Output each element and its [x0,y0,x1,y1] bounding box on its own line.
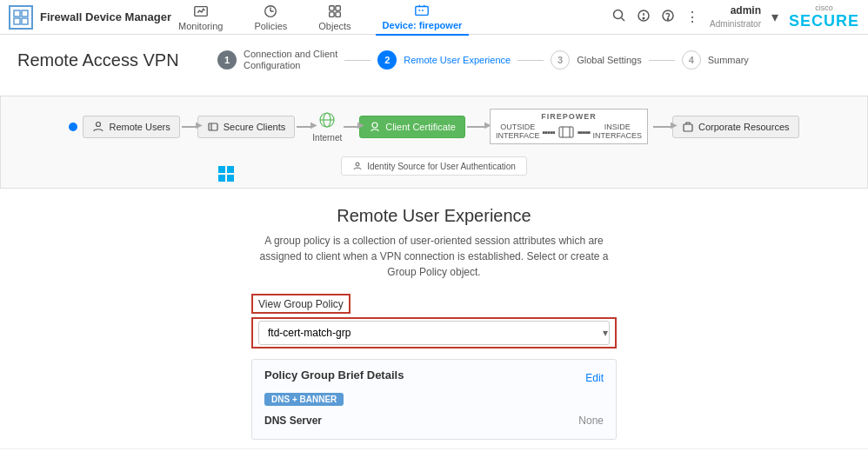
windows-logo [218,166,234,184]
policy-brief: Policy Group Brief Details Edit DNS + BA… [251,359,617,440]
dashes-group: ▪▪▪▪▪ [542,127,555,137]
identity-source-row: Identity Source for User Authentication [18,156,850,176]
page-content: Remote Access VPN 1 Connection and Clien… [0,35,868,96]
group-policy-field: View Group Policy ftd-cert-match-grp ▾ [251,294,617,348]
section-desc: A group policy is a collection of user-o… [251,233,617,280]
diagram-area: Remote Users Secure Clients [0,96,868,189]
svg-point-19 [97,122,101,126]
nav-policies[interactable]: Policies [247,0,294,35]
wizard-step-1[interactable]: 1 Connection and Client Configuration [217,49,337,71]
nav-right: ⋮ admin Administrator ▾ cisco SECURE [612,3,859,30]
svg-rect-9 [336,11,340,16]
dns-server-key: DNS Server [264,415,322,427]
step-label-1: Connection and Client Configuration [244,49,337,71]
svg-rect-33 [218,175,225,182]
secure-clients-btn[interactable]: Secure Clients [197,116,296,138]
page-title: Remote Access VPN [17,50,191,70]
wizard-steps: 1 Connection and Client Configuration 2 … [217,49,851,71]
brand-icon [9,5,33,30]
wizard-step-4[interactable]: 4 Summary [682,50,749,70]
badge-row: DNS + BANNER [264,392,604,406]
svg-rect-29 [684,124,692,131]
svg-point-18 [667,18,668,19]
svg-rect-0 [14,10,20,17]
firepower-device-icon [558,123,575,141]
step-label-3: Global Settings [577,55,642,66]
page-header: Remote Access VPN 1 Connection and Clien… [17,49,851,71]
svg-point-30 [356,163,359,166]
top-nav: Firewall Device Manager Monitoring Polic… [0,0,868,35]
step-circle-4: 4 [682,50,701,70]
arrow-1 [182,126,196,128]
nav-device[interactable]: Device: firepower [376,0,470,36]
diagram-remote-users: Remote Users [83,116,179,138]
field-label-row: View Group Policy [251,294,617,314]
client-cert-btn[interactable]: Client Certificate [359,116,465,138]
brief-dns-row: DNS Server None [264,411,604,430]
svg-line-13 [622,17,625,21]
view-group-policy-label: View Group Policy [258,298,344,310]
step-connector-3 [649,60,675,61]
svg-rect-32 [227,166,234,173]
identity-source: Identity Source for User Authentication [341,156,527,176]
nav-objects[interactable]: Objects [311,0,357,35]
policy-brief-title: Policy Group Brief Details [264,368,404,382]
firepower-inner: OUTSIDEINTERFACE ▪▪▪▪▪ ▪▪▪▪▪ INSIDEINTER… [496,123,642,141]
brand-logo: Firewall Device Manager [9,5,171,30]
svg-point-25 [372,123,377,128]
remote-users-btn[interactable]: Remote Users [83,116,179,138]
nav-monitoring[interactable]: Monitoring [171,0,230,35]
arrow-2 [297,126,310,128]
wizard-step-3[interactable]: 3 Global Settings [551,50,642,70]
arrow-5 [653,126,671,128]
svg-point-16 [643,17,644,19]
outside-interface: OUTSIDEINTERFACE [496,123,540,141]
admin-info: admin Administrator [710,4,761,30]
step-connector-1 [344,60,371,61]
svg-point-12 [614,10,623,18]
group-policy-select[interactable]: ftd-cert-match-grp [258,321,610,345]
svg-rect-7 [336,5,340,10]
form-section: View Group Policy ftd-cert-match-grp ▾ P… [251,294,617,440]
step-label-2: Remote User Experience [404,55,511,66]
inside-interfaces: INSIDEINTERFACES [592,123,642,141]
dns-server-val: None [578,415,604,427]
step-circle-3: 3 [551,50,570,70]
svg-rect-31 [218,166,225,173]
admin-dropdown[interactable]: ▾ [771,9,778,25]
brand-title: Firewall Device Manager [40,10,171,23]
more-btn[interactable]: ⋮ [685,9,699,25]
help-btn[interactable] [661,9,675,26]
svg-rect-2 [14,18,20,24]
firepower-box: FIREPOWER OUTSIDEINTERFACE ▪▪▪▪▪ ▪▪▪▪▪ [490,109,648,144]
svg-rect-3 [22,18,28,24]
firepower-label: FIREPOWER [541,112,597,121]
main-content: Remote User Experience A group policy is… [0,189,868,448]
svg-rect-1 [22,10,28,17]
policy-brief-header: Policy Group Brief Details Edit [264,368,604,387]
view-group-policy-label-box: View Group Policy [251,294,351,314]
svg-rect-26 [559,127,573,137]
section-title: Remote User Experience [17,206,851,226]
dashes-group-2: ▪▪▪▪▪ [578,127,591,137]
corporate-resources-btn[interactable]: Corporate Resources [672,116,799,138]
dns-banner-badge: DNS + BANNER [264,393,344,406]
group-policy-select-wrapper: ftd-cert-match-grp ▾ [251,317,617,348]
svg-rect-6 [330,5,334,10]
wizard-step-2[interactable]: 2 Remote User Experience [377,50,511,70]
svg-rect-8 [330,11,334,16]
notifications-btn[interactable] [637,9,651,26]
step-label-4: Summary [708,55,749,66]
search-btn[interactable] [612,9,626,26]
diagram-client-cert: Client Certificate [359,116,465,138]
svg-rect-20 [209,123,217,130]
diagram-secure-clients: Secure Clients [197,116,296,138]
step-connector-2 [517,60,544,61]
cisco-secure-logo: cisco SECURE [789,3,859,30]
step-circle-1: 1 [217,50,237,70]
edit-link[interactable]: Edit [585,372,604,384]
arrow-4 [467,126,484,128]
svg-rect-34 [227,175,234,182]
diagram-corporate: Corporate Resources [672,116,799,138]
step-circle-2: 2 [377,50,397,70]
